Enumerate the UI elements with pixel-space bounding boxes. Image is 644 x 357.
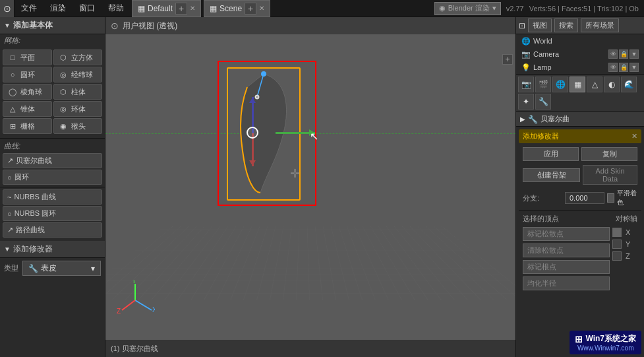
modifier-header-row: 添加修改器 ✕ (519, 129, 641, 143)
outliner-world[interactable]: 🌐 World (516, 34, 644, 48)
left-panel: ▼ 添加基本体 网格: □ 平面 ⬡ 立方体 ○ 圆环 ◎ 经纬球 ◯ 棱 (0, 17, 105, 357)
add-mesh-title: 添加基本体 (13, 20, 53, 31)
camera-label: Camera (533, 50, 559, 58)
prop-world-icon[interactable]: 🌐 (552, 77, 568, 92)
mark-root-button[interactable]: 标记根点 (523, 260, 610, 274)
uvsphere-label: 经纬球 (71, 70, 93, 80)
smooth-half-button[interactable]: 均化半径 (523, 276, 610, 290)
vertex-controls-row: 标记松散点 清除松散点 标记根点 均化半径 X Y (519, 225, 641, 292)
circle-icon: ○ (7, 69, 18, 80)
property-icons: 📷 🎬 🌐 ▦ △ ◐ 🌊 ✦ 🔧 (516, 74, 644, 112)
create-armature-button[interactable]: 创建骨架 (523, 168, 580, 182)
tab-close-1[interactable]: ✕ (190, 5, 195, 12)
duplicate-button[interactable]: 复制 (581, 147, 637, 161)
tab-search[interactable]: 搜索 (554, 18, 578, 32)
menu-window[interactable]: 窗口 (73, 0, 102, 17)
render-engine[interactable]: ◉ Blender 渲染 ▾ (434, 2, 501, 15)
top-right-info: ◉ Blender 渲染 ▾ v2.77 Verts:56 | Faces:51… (429, 2, 644, 15)
cylinder-label: 柱体 (71, 87, 86, 97)
tab-default[interactable]: ▦ Default + ✕ (132, 0, 201, 17)
add-modifier-header[interactable]: ▼ 添加修改器 (0, 241, 105, 258)
mesh-circle[interactable]: ○ 圆环 (3, 67, 52, 82)
axis-y-checkbox[interactable] (612, 240, 622, 249)
sep-props (519, 211, 641, 211)
version-label: v2.77 (506, 5, 524, 13)
branch-input[interactable] (565, 192, 604, 204)
modifier-close-icon[interactable]: ✕ (631, 132, 637, 141)
mesh-section-label: 网格: (0, 34, 105, 47)
outliner-lamp[interactable]: 💡 Lamp 👁 🔒 ▼ (516, 61, 644, 74)
mesh-grid[interactable]: ⊞ 栅格 (3, 118, 52, 134)
smooth-checkbox[interactable] (607, 193, 614, 203)
outliner-camera[interactable]: 📷 Camera 👁 🔒 ▼ (516, 48, 644, 61)
prop-object-icon[interactable]: ▦ (570, 77, 585, 92)
mesh-icosphere[interactable]: ◯ 棱角球 (3, 84, 52, 100)
axis-z-checkbox[interactable] (612, 251, 622, 261)
menu-file[interactable]: 文件 (15, 0, 44, 17)
nurbs-curve[interactable]: ~ NURBS 曲线 (3, 189, 102, 205)
blender-icon[interactable]: ⊙ (0, 0, 15, 17)
mesh-grid: □ 平面 ⬡ 立方体 ○ 圆环 ◎ 经纬球 ◯ 棱角球 ⬡ 柱体 (0, 47, 105, 137)
grid-icon: ⊞ (7, 121, 18, 131)
camera-down-btn[interactable]: ▼ (629, 49, 639, 59)
viewport-status: (1) 贝塞尔曲线 (105, 340, 515, 357)
tab-add-1[interactable]: + (175, 3, 187, 15)
camera-lock-btn[interactable]: 🔒 (619, 49, 628, 59)
tab-icon-1: ⊡ (519, 21, 525, 30)
mesh-uvsphere[interactable]: ◎ 经纬球 (53, 67, 103, 82)
curve-circle-label: 圆环 (15, 172, 29, 182)
curve-bezier[interactable]: ↗ 贝塞尔曲线 (3, 153, 102, 168)
path-curve[interactable]: ↗ 路径曲线 (3, 222, 102, 238)
prop-texture-icon[interactable]: 🌊 (621, 77, 637, 92)
mesh-cube[interactable]: ⬡ 立方体 (53, 49, 103, 65)
svg-line-3 (135, 300, 152, 310)
camera-eye-btn[interactable]: 👁 (608, 49, 618, 59)
prop-modifier-icon[interactable]: 🔧 (535, 94, 551, 110)
viewport[interactable]: ⊙ 用户视图 (透视) (105, 17, 515, 357)
mesh-cylinder[interactable]: ⬡ 柱体 (53, 84, 103, 100)
armature-skindata-row: 创建骨架 Add Skin Data (519, 163, 641, 187)
axis-x-checkbox[interactable] (612, 228, 622, 237)
prop-render-icon[interactable]: 📷 (518, 77, 534, 92)
torus-label: 环体 (71, 104, 86, 114)
branch-row: 分支: 平滑着色 (519, 187, 641, 209)
tab-all-scenes[interactable]: 所有场景 (581, 18, 619, 32)
lamp-down-btn[interactable]: ▼ (629, 63, 639, 72)
add-mesh-header[interactable]: ▼ 添加基本体 (0, 17, 105, 34)
prop-particles-icon[interactable]: ✦ (518, 94, 534, 110)
prop-scene-icon[interactable]: 🎬 (535, 77, 551, 92)
curve-circle[interactable]: ○ 圆环 (3, 170, 102, 185)
lamp-lock-btn[interactable]: 🔒 (619, 63, 628, 72)
mesh-torus[interactable]: ◎ 环体 (53, 101, 103, 117)
tab-scene[interactable]: ▦ Scene + ✕ (204, 0, 270, 17)
type-dropdown[interactable]: 🔧 表皮 ▾ (22, 261, 101, 276)
add-skin-data-button[interactable]: Add Skin Data (583, 165, 637, 185)
viewport-canvas[interactable]: ✛ ↖ X Y Z + (105, 34, 515, 340)
apply-duplicate-row: 应用 复制 (519, 145, 641, 163)
viewport-plus-button[interactable]: + (502, 54, 513, 65)
lamp-eye-btn[interactable]: 👁 (608, 63, 618, 72)
prop-material-icon[interactable]: ◐ (604, 77, 620, 92)
apply-button[interactable]: 应用 (523, 147, 579, 161)
mirror-axis-label: 对称轴 (616, 214, 637, 224)
watermark-text: Win7系统之家 (585, 333, 636, 344)
icosphere-icon: ◯ (7, 86, 18, 97)
menu-render[interactable]: 渲染 (44, 0, 73, 17)
menu-help[interactable]: 帮助 (102, 0, 131, 17)
top-bar: ⊙ 文件 渲染 窗口 帮助 ▦ Default + ✕ ▦ Scene + ✕ … (0, 0, 644, 17)
mesh-monkey[interactable]: ◉ 猴头 (53, 118, 103, 134)
prop-mesh-icon[interactable]: △ (587, 77, 602, 92)
viewport-icon: ⊙ (111, 20, 119, 31)
mesh-plane[interactable]: □ 平面 (3, 49, 52, 65)
mesh-cone[interactable]: △ 锥体 (3, 101, 52, 117)
tab-add-2[interactable]: + (245, 3, 256, 15)
clear-loose-button[interactable]: 清除松散点 (523, 243, 610, 257)
mark-loose-button[interactable]: 标记松散点 (523, 227, 610, 241)
tab-view[interactable]: 视图 (528, 18, 552, 32)
modifier-title: 添加修改器 (13, 243, 53, 255)
axis-y-row: Y (612, 240, 637, 249)
nurbs-circle[interactable]: ○ NURBS 圆环 (3, 206, 102, 221)
tab-close-2[interactable]: ✕ (259, 5, 264, 12)
world-icon: 🌐 (521, 36, 531, 46)
viewport-status-text: (1) 贝塞尔曲线 (111, 344, 158, 354)
